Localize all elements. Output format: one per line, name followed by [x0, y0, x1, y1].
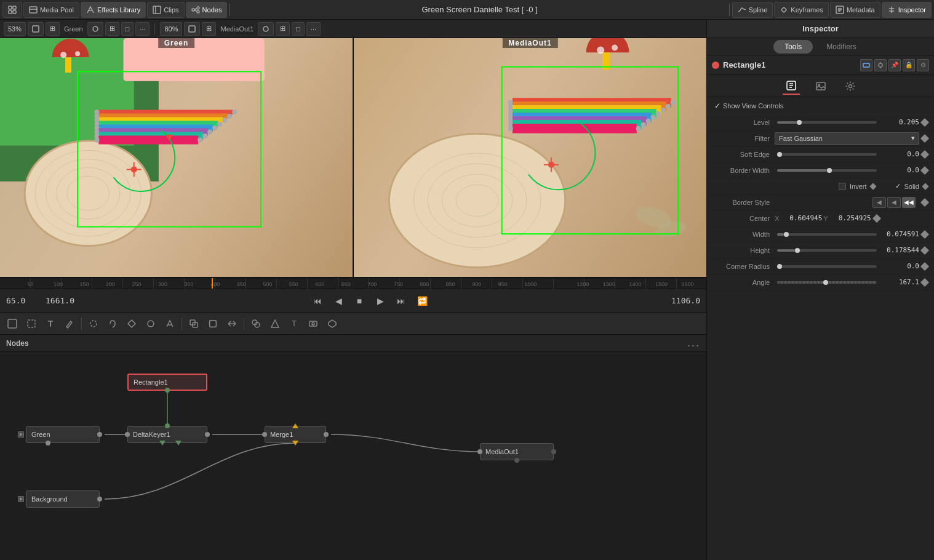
shape-tool[interactable]: [142, 315, 159, 332]
media-pool-btn[interactable]: Media Pool: [23, 2, 79, 18]
ocio-tool[interactable]: [305, 315, 322, 332]
viewer-left-mode-btn[interactable]: [28, 22, 44, 36]
viewer-left-grid-btn[interactable]: ⊞: [105, 22, 119, 36]
angle-slider-thumb[interactable]: [823, 280, 828, 285]
select-tool[interactable]: [85, 315, 102, 332]
corner-radius-keyframe-btn[interactable]: [920, 262, 929, 270]
viewer-right-more-btn[interactable]: ···: [306, 22, 321, 36]
clone-tool[interactable]: [185, 315, 202, 332]
clips-btn[interactable]: Clips: [147, 2, 184, 18]
viewer-right-extra-btn[interactable]: [258, 22, 274, 36]
border-style-btn-2[interactable]: ◀: [887, 197, 901, 208]
width-keyframe-btn[interactable]: [920, 230, 929, 238]
node-mediaout1[interactable]: MediaOut1: [480, 443, 554, 460]
tab-tools[interactable]: Tools: [773, 40, 813, 54]
viewer-right-grid-btn[interactable]: ⊞: [276, 22, 290, 36]
skip-end-btn[interactable]: ⏭: [393, 292, 410, 310]
skip-start-btn[interactable]: ⏮: [309, 292, 326, 310]
node-green[interactable]: Green: [26, 426, 100, 443]
node-green-bottom-out[interactable]: [46, 441, 50, 446]
width-slider[interactable]: [777, 233, 877, 236]
node-deltakeyer1-out[interactable]: [205, 432, 210, 437]
viewer-left-extra-btn[interactable]: [87, 22, 103, 36]
lasso-tool[interactable]: [104, 315, 121, 332]
viewer-left-rect-btn[interactable]: □: [121, 22, 134, 36]
node-background-play[interactable]: [18, 496, 24, 502]
border-width-slider-thumb[interactable]: [827, 168, 832, 173]
node-view-btn[interactable]: [874, 59, 887, 71]
node-merge1-in[interactable]: [262, 432, 267, 437]
paint-tool[interactable]: [61, 315, 78, 332]
node-deltakeyer1-top[interactable]: [165, 423, 170, 428]
timeline-ruler[interactable]: 50 100 150 200 250 300 350 400 450 500 5…: [0, 278, 706, 289]
timeline-playhead[interactable]: [212, 278, 213, 289]
soft-edge-slider-thumb[interactable]: [777, 152, 782, 157]
node-mediaout1-in[interactable]: [477, 449, 482, 454]
border-width-keyframe-btn[interactable]: [920, 166, 929, 174]
move-tool[interactable]: [23, 315, 40, 332]
viewer-right-rect-btn[interactable]: □: [292, 22, 305, 36]
height-keyframe-btn[interactable]: [920, 246, 929, 254]
warp-tool[interactable]: [204, 315, 222, 332]
transform-tool[interactable]: T: [285, 315, 303, 332]
center-keyframe-btn[interactable]: [872, 214, 881, 222]
nodes-btn[interactable]: Nodes: [186, 2, 228, 18]
border-style-diamond[interactable]: [920, 198, 929, 206]
viewer-right-fit-btn[interactable]: ⊞: [202, 22, 216, 36]
right-viewer-canvas[interactable]: [354, 38, 706, 277]
keyframes-btn[interactable]: Keyframes: [774, 2, 829, 18]
node-rectangle1[interactable]: Rectangle1: [127, 374, 207, 391]
node-background-out[interactable]: [97, 497, 102, 502]
icon-settings2-btn[interactable]: [842, 78, 859, 95]
node-merge1[interactable]: Merge1: [265, 426, 326, 443]
corner-radius-slider[interactable]: [777, 265, 877, 268]
tab-modifiers[interactable]: Modifiers: [815, 40, 868, 54]
nodes-canvas[interactable]: Green Rectangle1 DeltaKeyer1: [0, 352, 706, 560]
node-deltakeyer1-in[interactable]: [125, 432, 130, 437]
node-lock-btn[interactable]: 🔒: [903, 59, 915, 71]
merge-tool[interactable]: [247, 315, 265, 332]
soft-edge-keyframe-btn[interactable]: [920, 150, 929, 158]
pointer-tool[interactable]: [4, 315, 21, 332]
node-mediaout1-bottom[interactable]: [514, 458, 519, 463]
composite-tool[interactable]: [266, 315, 284, 332]
track-tool[interactable]: [223, 315, 241, 332]
spline-btn[interactable]: Spline: [732, 2, 773, 18]
node-merge1-out[interactable]: [324, 432, 329, 437]
corner-radius-slider-thumb[interactable]: [777, 264, 782, 269]
node-deltakeyer1[interactable]: DeltaKeyer1: [127, 426, 207, 443]
level-slider-thumb[interactable]: [797, 120, 802, 125]
node-rectangle1-bottom[interactable]: [165, 388, 170, 393]
icon-image-btn[interactable]: [812, 78, 829, 95]
loop-btn[interactable]: 🔁: [413, 292, 431, 310]
border-style-btn-3[interactable]: ◀◀: [902, 197, 916, 208]
height-slider[interactable]: [777, 249, 877, 252]
zoom-right-btn[interactable]: 80%: [160, 22, 182, 36]
filter-dropdown[interactable]: Fast Gaussian ▾: [775, 132, 919, 145]
pen-tool[interactable]: [123, 315, 140, 332]
left-viewer-canvas[interactable]: [0, 38, 353, 277]
viewer-left-more-btn[interactable]: ···: [135, 22, 150, 36]
node-pin-btn[interactable]: 📌: [888, 59, 901, 71]
invert-checkbox[interactable]: [839, 183, 846, 190]
inspector-btn[interactable]: Inspector: [882, 2, 932, 18]
viewer-right-mode-btn[interactable]: [184, 22, 200, 36]
metadata-btn[interactable]: Metadata: [830, 2, 880, 18]
stop-btn[interactable]: ■: [351, 292, 368, 310]
nodes-more-btn[interactable]: ...: [687, 337, 700, 350]
border-width-slider[interactable]: [777, 169, 877, 172]
effects-library-btn[interactable]: Effects Library: [81, 2, 146, 18]
invert-diamond[interactable]: [869, 183, 876, 190]
play-btn[interactable]: ▶: [372, 292, 389, 310]
node-green-out[interactable]: [97, 432, 102, 437]
angle-keyframe-btn[interactable]: [920, 278, 929, 286]
menu-btn[interactable]: [2, 2, 22, 18]
text-tool[interactable]: T: [42, 315, 59, 332]
angle-slider[interactable]: [777, 281, 877, 284]
node-settings-btn[interactable]: ⚙: [917, 59, 929, 71]
level-keyframe-btn[interactable]: [920, 118, 929, 126]
icon-controls-btn[interactable]: [783, 78, 800, 95]
node-mediaout1-out[interactable]: [551, 449, 556, 454]
3d-tool[interactable]: [324, 315, 341, 332]
height-slider-thumb[interactable]: [795, 248, 800, 253]
